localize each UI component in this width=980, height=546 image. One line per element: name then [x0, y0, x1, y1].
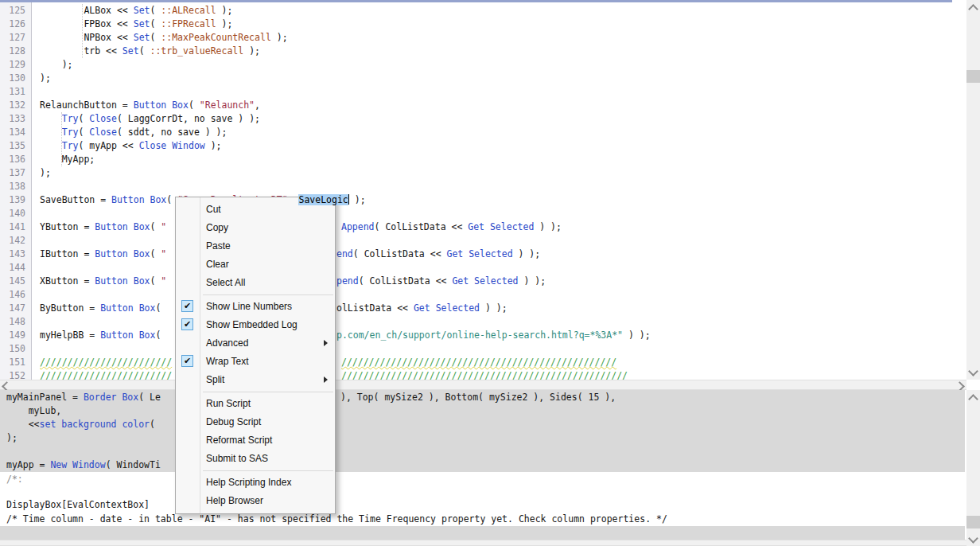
- line-number: 133: [0, 112, 25, 126]
- code-segment: Get Selected: [468, 221, 534, 232]
- code-segment: Button Box: [95, 248, 150, 259]
- code-segment: ": [161, 221, 166, 232]
- code-segment: ////////////////////////////////////////…: [341, 370, 628, 380]
- script-editor-pane: 1251261271281291301311321331341351361371…: [0, 0, 980, 380]
- code-segment: Button Box: [111, 194, 166, 205]
- code-segment: (: [150, 221, 161, 232]
- log-vscroll-thumb[interactable]: [966, 516, 980, 528]
- menu-item-label: Paste: [206, 240, 231, 252]
- code-line-140: [32, 207, 966, 220]
- menu-item-show-line-numbers[interactable]: ✔Show Line Numbers: [176, 298, 335, 316]
- code-segment: Get Selected: [452, 275, 518, 287]
- code-segment: Set: [134, 18, 150, 29]
- menu-item-submit-to-sas[interactable]: Submit to SAS: [176, 450, 335, 468]
- text-caret: [348, 194, 349, 205]
- code-segment: ) );: [519, 275, 546, 287]
- checkmark-icon: ✔: [181, 355, 193, 367]
- line-number: 147: [0, 302, 25, 315]
- code-segment: ) );: [513, 248, 541, 259]
- menu-separator: [203, 470, 333, 471]
- code-line-143-right: end( ColListData << Get Selected ) );: [336, 248, 540, 261]
- code-line-148: [32, 315, 966, 329]
- code-segment: Set: [134, 32, 150, 43]
- menu-item-reformat-script[interactable]: Reformat Script: [176, 431, 335, 450]
- code-segment: "Relaunch": [200, 99, 255, 111]
- menu-item-copy[interactable]: Copy: [176, 219, 335, 237]
- code-segment: );: [40, 167, 51, 178]
- code-line-130: );: [32, 72, 966, 85]
- code-area[interactable]: ALBox << Set( ::ALRecall ); FPBox << Set…: [32, 2, 966, 380]
- menu-item-clear[interactable]: Clear: [176, 255, 335, 274]
- menu-item-label: Cut: [206, 204, 221, 215]
- line-number: 145: [0, 275, 25, 288]
- code-segment: Button Box: [100, 330, 155, 341]
- code-segment: Set: [122, 45, 139, 57]
- log-line: myLub,: [0, 404, 959, 418]
- line-number: 126: [0, 18, 25, 31]
- menu-item-select-all[interactable]: Select All: [176, 274, 335, 292]
- code-segment: ::trb_valueRecall: [150, 45, 244, 57]
- code-segment: Close: [89, 113, 117, 124]
- code-segment: /* Time column - date - in table - "AI" …: [6, 513, 667, 525]
- menu-item-advanced[interactable]: Advanced: [176, 334, 335, 353]
- code-line-149: myHelpBB = Button Box(p.com/en_ch/suppor…: [32, 329, 966, 342]
- scroll-up-icon[interactable]: [968, 4, 978, 14]
- code-segment: Get Selected: [446, 248, 512, 259]
- menu-item-help-browser[interactable]: Help Browser: [176, 492, 335, 510]
- code-segment: [40, 140, 62, 151]
- editor-vertical-scrollbar[interactable]: [966, 0, 980, 380]
- code-segment: );: [40, 59, 73, 70]
- code-segment: ( ColListData <<: [375, 221, 469, 232]
- log-script-block-2: [0, 526, 965, 540]
- editor-horizontal-scrollbar[interactable]: [0, 380, 966, 390]
- code-segment: [40, 127, 62, 138]
- code-line-127: NPBox << Set( ::MaxPeakCountRecall );: [32, 31, 966, 45]
- log-line: /* Time column - date - in table - "AI" …: [0, 513, 959, 526]
- code-line-133: Try( Close( LaggCorrDt, no save ) );: [32, 112, 966, 126]
- code-segment: SaveButton =: [40, 194, 111, 205]
- editor-vscroll-thumb[interactable]: [966, 70, 980, 83]
- code-segment: end: [336, 248, 353, 259]
- line-number: 137: [0, 166, 25, 180]
- code-segment: (: [139, 45, 150, 57]
- code-line-139: SaveButton = Button Box( "Save Results t…: [32, 193, 966, 207]
- scroll-up-icon[interactable]: [968, 394, 978, 404]
- code-segment: );: [6, 432, 18, 443]
- scroll-down-icon[interactable]: [968, 533, 978, 544]
- line-number: 136: [0, 153, 25, 166]
- code-segment: ( ColListData <<: [359, 275, 453, 287]
- menu-item-run-script[interactable]: Run Script: [176, 395, 335, 413]
- code-segment: ( WindowTi: [106, 459, 161, 470]
- code-segment: Close: [89, 127, 117, 138]
- code-segment: RelaunchButton =: [40, 99, 134, 111]
- code-line-138: [32, 180, 966, 193]
- code-segment: Append: [341, 221, 375, 232]
- code-line-152: ////////////////////////////////////////…: [32, 369, 966, 380]
- code-line-151-right: ////////////////////////////////////////…: [341, 356, 616, 369]
- menu-item-split[interactable]: Split: [176, 371, 335, 389]
- code-segment: ( myApp <<: [78, 140, 138, 151]
- code-segment: ////////////////////////: [40, 357, 172, 368]
- line-number: 132: [0, 99, 25, 112]
- menu-item-wrap-text[interactable]: ✔Wrap Text: [176, 353, 335, 371]
- log-horizontal-scrollbar[interactable]: [0, 540, 966, 546]
- menu-item-help-scripting-index[interactable]: Help Scripting Index: [176, 474, 335, 492]
- menu-item-show-embedded-log[interactable]: ✔Show Embedded Log: [176, 316, 335, 334]
- menu-item-label: Advanced: [206, 337, 248, 349]
- line-number: 151: [0, 356, 25, 369]
- embedded-log-pane[interactable]: myMainPanel = Border Box( Le), Top( mySi…: [0, 390, 980, 546]
- menu-item-debug-script[interactable]: Debug Script: [176, 413, 335, 431]
- code-segment: ByButton =: [40, 302, 100, 314]
- menu-item-paste[interactable]: Paste: [176, 237, 335, 255]
- code-segment: (: [150, 32, 161, 43]
- log-vertical-scrollbar[interactable]: [966, 390, 980, 546]
- submenu-arrow-icon: [324, 340, 328, 346]
- code-segment: ////////////////////////: [40, 370, 172, 380]
- code-segment: Button Box: [100, 302, 155, 314]
- code-segment: pend: [336, 275, 359, 287]
- code-segment: (: [150, 5, 161, 16]
- scroll-down-icon[interactable]: [968, 366, 978, 376]
- code-segment: YButton =: [40, 221, 95, 232]
- code-segment: ) );: [534, 221, 562, 232]
- line-number: 142: [0, 234, 25, 248]
